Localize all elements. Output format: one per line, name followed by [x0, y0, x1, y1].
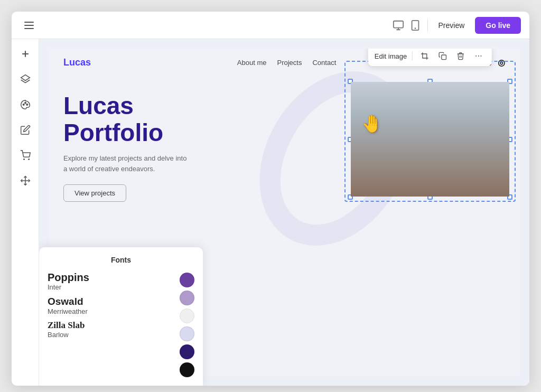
toolbar-divider [412, 51, 413, 61]
nav-projects[interactable]: Projects [277, 59, 302, 67]
svg-point-28 [438, 108, 454, 124]
svg-rect-0 [393, 21, 403, 27]
svg-point-20 [377, 155, 483, 197]
svg-point-11 [23, 159, 24, 160]
more-button[interactable] [472, 49, 486, 63]
svg-point-8 [23, 104, 24, 106]
svg-marker-7 [21, 75, 30, 81]
svg-point-18 [481, 55, 482, 57]
svg-point-26 [440, 108, 452, 123]
palette-icon[interactable] [18, 97, 33, 112]
fonts-colors-row: Poppins Inter Oswald Merriweather Zilla … [48, 272, 194, 377]
colors-list [180, 272, 194, 377]
color-swatch-3[interactable] [180, 326, 194, 341]
font-secondary-2: Barlow [48, 331, 173, 339]
move-icon[interactable] [18, 173, 33, 188]
grab-cursor-icon: 🤚 [361, 114, 383, 134]
font-primary-0: Poppins [48, 272, 173, 283]
instagram-icon[interactable]: ◎ [498, 58, 505, 68]
svg-rect-15 [442, 55, 446, 60]
font-primary-1: Oswald [48, 296, 173, 307]
image-container[interactable]: Edit image [351, 82, 509, 197]
left-sidebar [12, 39, 39, 386]
add-icon[interactable] [18, 46, 33, 61]
bottom-panel: Fonts Poppins Inter Oswald Merriweather … [39, 247, 203, 386]
svg-point-25 [408, 108, 421, 123]
mobile-icon[interactable] [409, 20, 421, 31]
svg-point-23 [392, 82, 468, 92]
main-area: Lucas About me Projects Contact Bé ◎ [12, 39, 529, 386]
site-logo: Lucas [63, 57, 91, 68]
color-swatch-4[interactable] [180, 344, 194, 359]
person-image: 🤚 [351, 82, 509, 197]
nav-about[interactable]: About me [237, 59, 267, 67]
preview-button[interactable]: Preview [434, 21, 469, 30]
duplicate-button[interactable] [436, 49, 450, 63]
hero-subtitle: Explore my latest projects and delve int… [63, 153, 190, 174]
edit-image-label[interactable]: Edit image [375, 52, 407, 60]
svg-point-32 [389, 114, 399, 128]
font-primary-2: Zilla Slab [48, 321, 173, 331]
golive-button[interactable]: Go live [475, 17, 521, 34]
svg-line-30 [404, 113, 406, 115]
svg-point-12 [28, 159, 29, 160]
svg-point-9 [24, 102, 26, 104]
hero-cta-button[interactable]: View projects [63, 184, 126, 202]
svg-point-22 [394, 82, 466, 158]
color-swatch-0[interactable] [180, 273, 194, 287]
delete-button[interactable] [454, 49, 468, 63]
site-hero: Lucas Portfolio Explore my latest projec… [49, 77, 520, 202]
hamburger-menu[interactable] [24, 22, 34, 29]
topbar: Preview Go live [12, 12, 529, 39]
edit-toolbar: Edit image [368, 49, 492, 66]
svg-point-27 [406, 108, 422, 124]
svg-point-10 [26, 104, 28, 106]
svg-rect-19 [351, 82, 509, 197]
topbar-divider [427, 19, 428, 32]
desktop-icon[interactable] [393, 20, 404, 31]
canvas-area: Lucas About me Projects Contact Bé ◎ [39, 39, 529, 386]
color-swatch-5[interactable] [180, 362, 194, 377]
color-swatch-2[interactable] [180, 309, 194, 323]
font-secondary-1: Merriweather [48, 307, 173, 315]
color-swatch-1[interactable] [180, 291, 194, 305]
font-pair-0[interactable]: Poppins Inter [48, 272, 173, 291]
svg-line-31 [454, 113, 456, 115]
cart-icon[interactable] [18, 148, 33, 163]
svg-rect-21 [419, 145, 441, 176]
site-nav-links: About me Projects Contact [237, 59, 336, 67]
app-window: Preview Go live [12, 12, 529, 386]
font-pair-1[interactable]: Oswald Merriweather [48, 296, 173, 315]
nav-contact[interactable]: Contact [312, 59, 336, 67]
font-secondary-0: Inter [48, 283, 173, 291]
device-icons [393, 20, 421, 31]
svg-point-17 [478, 55, 479, 57]
fonts-list: Poppins Inter Oswald Merriweather Zilla … [48, 272, 173, 344]
panel-title: Fonts [48, 256, 194, 264]
topbar-left [24, 22, 34, 29]
layers-icon[interactable] [18, 72, 33, 87]
crop-button[interactable] [418, 49, 432, 63]
edit-pen-icon[interactable] [18, 123, 33, 137]
svg-point-16 [476, 55, 477, 57]
font-pair-2[interactable]: Zilla Slab Barlow [48, 321, 173, 339]
